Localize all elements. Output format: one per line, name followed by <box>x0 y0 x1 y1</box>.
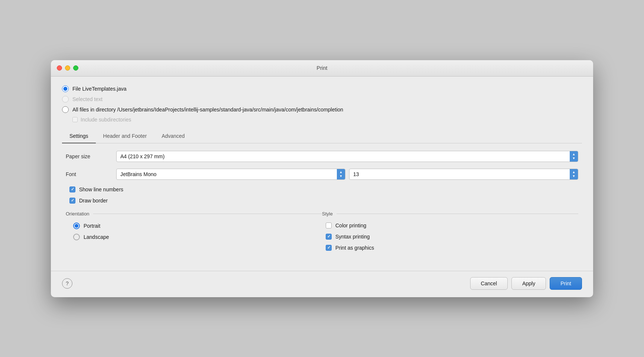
print-as-graphics-label: Print as graphics <box>335 245 374 251</box>
orientation-header: Orientation <box>66 211 322 217</box>
print-as-graphics-checkbox[interactable]: ✓ <box>326 245 332 251</box>
window-title: Print <box>317 65 328 71</box>
font-select[interactable]: JetBrains Mono ▲ ▼ <box>116 169 345 180</box>
bottom-bar: ? Cancel Apply Print <box>51 271 593 297</box>
paper-size-select[interactable]: A4 (210 x 297 mm) ▲ ▼ <box>116 151 578 162</box>
font-value: JetBrains Mono <box>120 171 333 177</box>
show-line-numbers-label: Show line numbers <box>79 186 123 192</box>
portrait-radio[interactable] <box>73 223 80 229</box>
print-dialog: Print File LiveTemplates.java Selected t… <box>51 60 593 297</box>
arrow-up-icon: ▲ <box>572 153 576 156</box>
arrow-down-icon: ▼ <box>339 175 343 178</box>
apply-button[interactable]: Apply <box>511 277 546 290</box>
main-content: File LiveTemplates.java Selected text Al… <box>51 77 593 271</box>
action-buttons: Cancel Apply Print <box>470 277 582 290</box>
arrow-down-icon: ▼ <box>572 175 576 178</box>
draw-border-label: Draw border <box>79 198 108 204</box>
selected-text-option-row: Selected text <box>62 96 582 103</box>
portrait-label: Portrait <box>84 223 100 229</box>
font-row: Font JetBrains Mono ▲ ▼ 13 ▲ ▼ <box>66 169 578 180</box>
color-printing-row: Color printing <box>322 223 578 228</box>
print-as-graphics-row: ✓ Print as graphics <box>322 245 578 251</box>
include-subdirs-label: Include subdirectories <box>81 117 131 123</box>
checkmark-icon: ✓ <box>327 245 331 250</box>
include-subdirs-checkbox[interactable] <box>72 117 78 122</box>
font-size-value: 13 <box>353 171 566 177</box>
show-line-numbers-row: ✓ Show line numbers <box>66 186 578 192</box>
show-line-numbers-checkbox[interactable]: ✓ <box>69 186 75 192</box>
tab-advanced[interactable]: Advanced <box>154 129 192 143</box>
tab-settings[interactable]: Settings <box>62 129 96 143</box>
tab-header-footer[interactable]: Header and Footer <box>96 129 155 143</box>
print-button[interactable]: Print <box>550 277 582 290</box>
paper-size-arrows: ▲ ▼ <box>570 151 578 162</box>
paper-size-control: A4 (210 x 297 mm) ▲ ▼ <box>116 151 578 162</box>
orientation-style-section: Orientation Portrait Landscape Style <box>66 211 578 256</box>
title-bar: Print <box>51 60 593 77</box>
orientation-section: Orientation Portrait Landscape <box>66 211 322 256</box>
syntax-printing-row: ✓ Syntax printing <box>322 234 578 240</box>
source-selection: File LiveTemplates.java Selected text Al… <box>62 85 582 123</box>
file-option-row: File LiveTemplates.java <box>62 85 582 92</box>
checkmark-icon: ✓ <box>71 198 74 203</box>
landscape-label: Landscape <box>84 234 109 240</box>
font-control: JetBrains Mono ▲ ▼ 13 ▲ ▼ <box>116 169 578 180</box>
file-radio-label: File LiveTemplates.java <box>72 86 127 92</box>
tab-bar: Settings Header and Footer Advanced <box>62 129 582 143</box>
include-subdirs-row: Include subdirectories <box>72 117 582 123</box>
close-button[interactable] <box>57 65 62 71</box>
all-files-radio[interactable] <box>62 106 69 113</box>
font-arrows: ▲ ▼ <box>337 169 345 179</box>
paper-size-label: Paper size <box>66 153 110 159</box>
file-radio[interactable] <box>62 85 69 92</box>
font-size-arrows: ▲ ▼ <box>570 169 578 179</box>
font-size-select[interactable]: 13 ▲ ▼ <box>349 169 578 180</box>
settings-panel: Paper size A4 (210 x 297 mm) ▲ ▼ Font <box>62 143 582 263</box>
landscape-radio[interactable] <box>73 234 80 240</box>
style-section: Style Color printing ✓ Syntax printing <box>322 211 578 256</box>
paper-size-value: A4 (210 x 297 mm) <box>120 153 566 159</box>
landscape-option: Landscape <box>66 234 322 240</box>
paper-size-row: Paper size A4 (210 x 297 mm) ▲ ▼ <box>66 151 578 162</box>
style-header: Style <box>322 211 578 217</box>
selected-text-radio-label: Selected text <box>72 96 103 102</box>
maximize-button[interactable] <box>73 65 78 71</box>
arrow-down-icon: ▼ <box>572 157 576 160</box>
arrow-up-icon: ▲ <box>572 171 576 174</box>
arrow-up-icon: ▲ <box>339 171 343 174</box>
all-files-option-row: All files in directory /Users/jetbrains/… <box>62 106 582 113</box>
color-printing-label: Color printing <box>335 223 366 228</box>
all-files-radio-label: All files in directory /Users/jetbrains/… <box>72 107 343 113</box>
portrait-option: Portrait <box>66 223 322 229</box>
cancel-button[interactable]: Cancel <box>470 277 508 290</box>
draw-border-checkbox[interactable]: ✓ <box>69 198 75 204</box>
help-button[interactable]: ? <box>62 278 72 289</box>
draw-border-row: ✓ Draw border <box>66 198 578 204</box>
syntax-printing-label: Syntax printing <box>335 234 370 240</box>
syntax-printing-checkbox[interactable]: ✓ <box>326 234 332 240</box>
color-printing-checkbox[interactable] <box>326 223 332 228</box>
traffic-lights <box>57 65 78 71</box>
font-label: Font <box>66 171 110 177</box>
checkmark-icon: ✓ <box>327 234 331 239</box>
checkmark-icon: ✓ <box>71 187 74 192</box>
minimize-button[interactable] <box>65 65 70 71</box>
selected-text-radio[interactable] <box>62 96 69 103</box>
